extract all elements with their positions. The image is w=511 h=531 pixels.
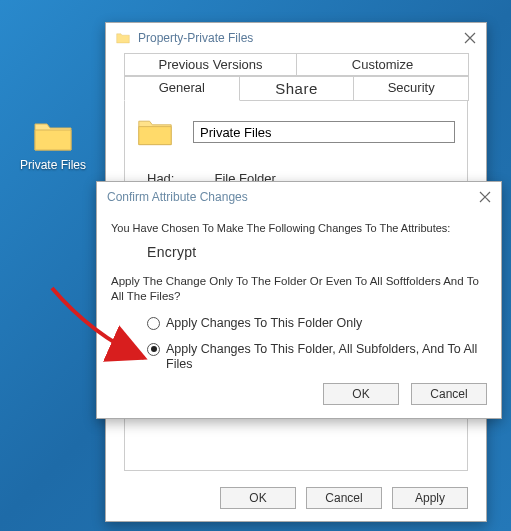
intro-text: You Have Chosen To Make The Following Ch… [111,222,487,234]
radio-label: Apply Changes To This Folder, All Subfol… [166,342,487,373]
folder-icon [116,32,130,44]
tab-general[interactable]: General [124,76,240,101]
dialog-body: You Have Chosen To Make The Following Ch… [97,212,501,417]
dialog-footer: OK Cancel [111,383,487,405]
tab-share[interactable]: Share [239,76,355,101]
desktop-icon-label: Private Files [18,158,88,172]
window-title: Confirm Attribute Changes [107,190,248,204]
properties-footer: OK Cancel Apply [220,487,468,509]
radio-group: Apply Changes To This Folder Only Apply … [147,316,487,373]
apply-button[interactable]: Apply [392,487,468,509]
folder-icon [137,117,173,147]
ok-button[interactable]: OK [220,487,296,509]
radio-this-folder-only[interactable]: Apply Changes To This Folder Only [147,316,487,332]
folder-name-input[interactable] [193,121,455,143]
radio-folder-subfolders-files[interactable]: Apply Changes To This Folder, All Subfol… [147,342,487,373]
titlebar: Property-Private Files [106,23,486,53]
radio-label: Apply Changes To This Folder Only [166,316,362,332]
ok-button[interactable]: OK [323,383,399,405]
folder-icon [33,120,73,152]
radio-icon [147,317,160,330]
titlebar: Confirm Attribute Changes [97,182,501,212]
close-icon[interactable] [479,191,491,203]
close-icon[interactable] [464,32,476,44]
confirm-attribute-window: Confirm Attribute Changes You Have Chose… [96,181,502,419]
radio-icon [147,343,160,356]
tabs: Previous Versions Customize General Shar… [106,53,486,101]
question-text: Apply The Change Only To The Folder Or E… [111,274,487,304]
desktop-folder-private-files[interactable]: Private Files [18,120,88,172]
cancel-button[interactable]: Cancel [306,487,382,509]
tab-customize[interactable]: Customize [296,53,469,76]
tab-previous-versions[interactable]: Previous Versions [124,53,297,76]
window-title: Property-Private Files [138,31,253,45]
tab-security[interactable]: Security [353,76,469,101]
cancel-button[interactable]: Cancel [411,383,487,405]
change-encrypt: Encrypt [147,244,487,260]
